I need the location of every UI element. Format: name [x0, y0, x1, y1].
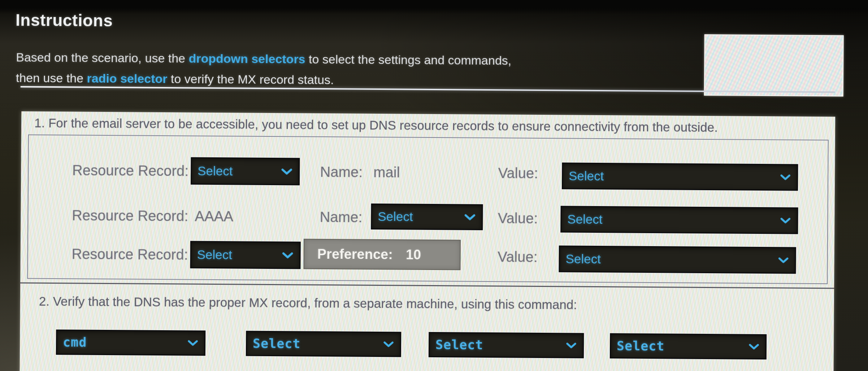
command-select-3[interactable]: Select — [429, 332, 584, 358]
screen-photo: Instructions Based on the scenario, use … — [0, 0, 868, 371]
dropdown-selectors-highlight: dropdown selectors — [188, 51, 305, 66]
chevron-down-icon — [188, 340, 198, 346]
step-2-text: 2. Verify that the DNS has the proper MX… — [39, 294, 577, 312]
command-select-1-value: cmd — [63, 335, 188, 350]
command-select-2-value: Select — [253, 336, 383, 352]
chevron-down-icon — [282, 252, 293, 259]
name-label-1: Name: — [298, 163, 363, 180]
chevron-down-icon — [281, 168, 292, 175]
name-select-2-value: Select — [378, 209, 464, 224]
name-select-2[interactable]: Select — [371, 204, 483, 230]
value-label-2: Value: — [473, 209, 538, 227]
instructions-text-part: then use the — [16, 71, 87, 85]
chevron-down-icon — [566, 342, 576, 349]
chevron-down-icon — [749, 344, 759, 350]
command-select-4[interactable]: Select — [610, 333, 767, 359]
value-select-2-value: Select — [567, 212, 780, 228]
scenario-thumbnail[interactable] — [704, 34, 844, 97]
instructions-title: Instructions — [16, 10, 113, 30]
preference-value: 10 — [406, 247, 421, 262]
value-select-3[interactable]: Select — [559, 245, 796, 274]
chevron-down-icon — [383, 341, 394, 348]
step-1-text: 1. For the email server to be accessible… — [34, 116, 718, 135]
resource-record-select-3-value: Select — [197, 248, 282, 263]
resource-record-label-3: Resource Record: — [35, 245, 188, 263]
radio-selector-highlight: radio selector — [87, 71, 167, 86]
value-select-1[interactable]: Select — [562, 162, 798, 191]
chevron-down-icon — [780, 174, 790, 180]
value-label-1: Value: — [473, 164, 538, 182]
resource-record-select-3[interactable]: Select — [190, 241, 300, 269]
value-select-1-value: Select — [569, 169, 780, 184]
value-select-2[interactable]: Select — [560, 206, 798, 234]
resource-record-static-value-2: AAAA — [195, 208, 233, 225]
instructions-text-part: Based on the scenario, use the — [16, 50, 188, 65]
resource-record-select-1[interactable]: Select — [191, 157, 300, 186]
lab-content-panel: 1. For the email server to be accessible… — [19, 111, 835, 371]
chevron-down-icon — [778, 257, 789, 263]
command-select-4-value: Select — [617, 339, 749, 354]
instructions-text: Based on the scenario, use the dropdown … — [16, 47, 512, 91]
value-select-3-value: Select — [566, 252, 778, 267]
lab-page: Instructions Based on the scenario, use … — [0, 0, 868, 371]
preference-field: Preference: 10 — [303, 239, 461, 270]
resource-record-select-1-value: Select — [198, 164, 281, 179]
preference-label: Preference: — [317, 246, 393, 262]
command-select-2[interactable]: Select — [246, 331, 401, 357]
chevron-down-icon — [780, 217, 790, 224]
resource-record-label-1: Resource Record: — [35, 161, 188, 180]
name-static-value-1: mail — [373, 163, 400, 181]
command-select-3-value: Select — [435, 337, 566, 353]
value-label-3: Value: — [473, 248, 538, 266]
instructions-text-part: to select the settings and commands, — [305, 52, 511, 67]
resource-record-label-2: Resource Record: — [35, 206, 188, 225]
instructions-text-part: to verify the MX record status. — [167, 72, 334, 87]
name-label-2: Name: — [297, 208, 362, 226]
command-select-1[interactable]: cmd — [56, 329, 205, 356]
